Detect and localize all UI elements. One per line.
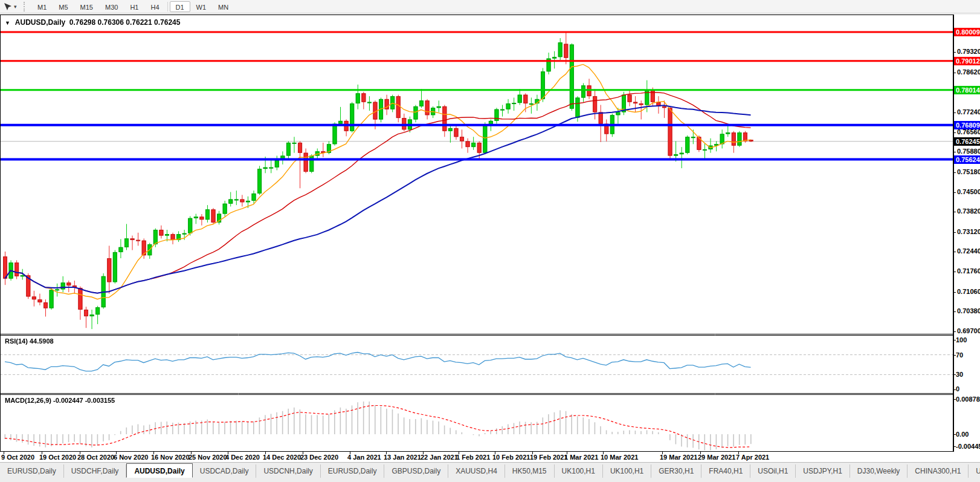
price-tick-label: 0.71060 bbox=[957, 288, 980, 295]
macd-axis-label: 0.008782 bbox=[956, 396, 980, 403]
rsi-axis-label: 30 bbox=[956, 371, 963, 378]
timeframe-button-mn[interactable]: MN bbox=[212, 1, 234, 12]
toolbar-grip-handle[interactable] bbox=[24, 2, 27, 11]
price-tick bbox=[953, 252, 956, 252]
price-tick bbox=[953, 292, 956, 293]
chart-tab-usdcad-daily[interactable]: USDCAD,Daily bbox=[193, 464, 257, 478]
ohlc-close: 0.76245 bbox=[154, 18, 180, 27]
price-tick-label: 0.77240 bbox=[957, 108, 980, 116]
price-tick bbox=[953, 311, 956, 312]
price-tick bbox=[953, 172, 956, 173]
chart-window: ▼ AUDUSD,Daily 0.76298 0.76306 0.76221 0… bbox=[0, 15, 980, 452]
date-label: 28 Oct 2020 bbox=[77, 454, 114, 461]
timeframe-button-m15[interactable]: M15 bbox=[74, 1, 99, 12]
rsi-axis-label: 70 bbox=[956, 351, 963, 359]
tool-dropdown-caret[interactable]: ▾ bbox=[14, 4, 21, 10]
date-label: 10 Feb 2021 bbox=[492, 454, 530, 461]
date-label: 9 Oct 2020 bbox=[1, 454, 34, 461]
price-tick-label: 0.73120 bbox=[957, 228, 980, 235]
chart-cursor-icon[interactable] bbox=[2, 1, 14, 12]
timeframe-button-h1[interactable]: H1 bbox=[124, 1, 144, 12]
chart-tab-dj30-weekly[interactable]: DJ30,Weekly bbox=[850, 464, 907, 478]
chart-tab-usoil-h1[interactable]: USOil,H1 bbox=[750, 464, 796, 478]
price-tick bbox=[953, 73, 956, 73]
chart-tab-ger30-h1[interactable]: GER30,H1 bbox=[651, 464, 701, 478]
price-axis-line bbox=[953, 15, 954, 452]
chart-expander-icon[interactable]: ▼ bbox=[5, 20, 10, 26]
date-label: 13 Jan 2021 bbox=[384, 454, 421, 461]
chart-tab-eurusd-daily[interactable]: EURUSD,Daily bbox=[321, 464, 385, 478]
rsi-indicator-label: RSI(14) 44.5908 bbox=[5, 337, 54, 345]
chart-tab-gbpusd-daily[interactable]: GBPUSD,Daily bbox=[384, 464, 448, 478]
top-toolbar: ▾ M1M5M15M30H1H4D1W1MN bbox=[0, 0, 980, 13]
date-label: 7 Apr 2021 bbox=[736, 454, 769, 461]
chart-tab-xauusd-h4[interactable]: XAUUSD,H4 bbox=[448, 464, 505, 478]
price-tick-label: 0.75880 bbox=[957, 148, 980, 155]
chart-tab-usdcnh-daily[interactable]: USDCNH,Daily bbox=[256, 464, 320, 478]
rsi-axis-label: 100 bbox=[956, 336, 967, 344]
price-tick bbox=[953, 192, 956, 193]
price-tick bbox=[953, 331, 956, 332]
level-price-badge: 0.76809 bbox=[954, 121, 980, 129]
level-price-badge: 0.80009 bbox=[954, 28, 980, 36]
price-tick-label: 0.78620 bbox=[957, 68, 980, 76]
rsi-axis-label: 0 bbox=[956, 385, 959, 392]
timeframe-button-m30[interactable]: M30 bbox=[99, 1, 124, 12]
date-label: 10 Mar 2021 bbox=[601, 454, 638, 461]
price-tick-label: 0.74500 bbox=[957, 188, 980, 195]
timeframe-button-h4[interactable]: H4 bbox=[144, 1, 165, 12]
chart-tab-uk100-h1[interactable]: UK100,H1 bbox=[555, 464, 603, 478]
chart-tab-audusd-daily[interactable]: AUDUSD,Daily bbox=[126, 463, 192, 478]
footer-strip bbox=[0, 478, 980, 482]
chart-tab-uk100-h1[interactable]: UK100,H1 bbox=[603, 464, 651, 478]
price-tick-label: 0.73820 bbox=[957, 207, 980, 215]
ohlc-open: 0.76298 bbox=[69, 18, 95, 27]
chart-tab-china300-h1[interactable]: CHINA300,H1 bbox=[907, 464, 969, 478]
price-tick-label: 0.70380 bbox=[957, 307, 980, 314]
chart-tab-usdjpy-h1[interactable]: USDJPY,H1 bbox=[796, 464, 849, 478]
level-price-badge: 0.79012 bbox=[954, 57, 980, 65]
price-tick bbox=[953, 112, 956, 113]
price-tick-label: 0.75180 bbox=[957, 168, 980, 175]
timeframe-button-group: M1M5M15M30H1H4D1W1MN bbox=[31, 1, 234, 12]
time-axis: 9 Oct 202019 Oct 202028 Oct 20206 Nov 20… bbox=[0, 452, 980, 462]
price-tick bbox=[953, 52, 956, 53]
macd-axis-label: -0.004451 bbox=[956, 443, 980, 450]
price-tick bbox=[953, 152, 956, 152]
timeframe-button-m1[interactable]: M1 bbox=[31, 1, 53, 12]
macd-axis-label: 0.00 bbox=[956, 431, 969, 438]
price-tick bbox=[953, 232, 956, 233]
date-label: 14 Dec 2020 bbox=[263, 454, 301, 461]
chart-title: ▼ AUDUSD,Daily 0.76298 0.76306 0.76221 0… bbox=[5, 18, 180, 27]
date-label: 19 Oct 2020 bbox=[39, 454, 76, 461]
date-label: 1 Feb 2021 bbox=[456, 454, 490, 461]
price-tick-label: 0.72440 bbox=[957, 247, 980, 255]
timeframe-button-m5[interactable]: M5 bbox=[53, 1, 74, 12]
chart-tab-usdchf-daily[interactable]: USDCHF,Daily bbox=[64, 464, 127, 478]
chart-tab-fra40-h1[interactable]: FRA40,H1 bbox=[701, 464, 750, 478]
price-tick bbox=[953, 132, 956, 133]
timeframe-button-d1[interactable]: D1 bbox=[170, 1, 190, 12]
date-label: 29 Mar 2021 bbox=[698, 454, 735, 461]
level-price-badge: 0.75624 bbox=[954, 155, 980, 164]
chart-tab-hk50-m15[interactable]: HK50,M15 bbox=[505, 464, 555, 478]
current-price-badge: 0.76245 bbox=[954, 137, 980, 146]
ohlc-high: 0.76306 bbox=[98, 18, 124, 27]
date-label: 16 Nov 2020 bbox=[151, 454, 190, 461]
chart-tab-eurusd-daily[interactable]: EURUSD,Daily bbox=[0, 464, 64, 478]
timeframe-button-w1[interactable]: W1 bbox=[190, 1, 213, 12]
level-price-badge: 0.78014 bbox=[954, 86, 980, 94]
chart-symbol: AUDUSD,Daily bbox=[15, 18, 65, 27]
price-tick bbox=[953, 212, 956, 212]
date-label: 6 Nov 2020 bbox=[114, 454, 148, 461]
price-tick-label: 0.79320 bbox=[957, 48, 980, 55]
date-label: 22 Jan 2021 bbox=[421, 454, 458, 461]
chart-canvas[interactable] bbox=[0, 15, 953, 452]
chart-tab-u[interactable]: U bbox=[969, 464, 980, 478]
price-tick-label: 0.71760 bbox=[957, 267, 980, 275]
chart-tab-bar: EURUSD,DailyUSDCHF,DailyAUDUSD,DailyUSDC… bbox=[0, 462, 980, 478]
toolbar-separator bbox=[167, 2, 168, 11]
macd-indicator-label: MACD(12,26,9) -0.002447 -0.003155 bbox=[5, 397, 115, 404]
price-tick bbox=[953, 272, 956, 272]
date-label: 4 Jan 2021 bbox=[347, 454, 381, 461]
